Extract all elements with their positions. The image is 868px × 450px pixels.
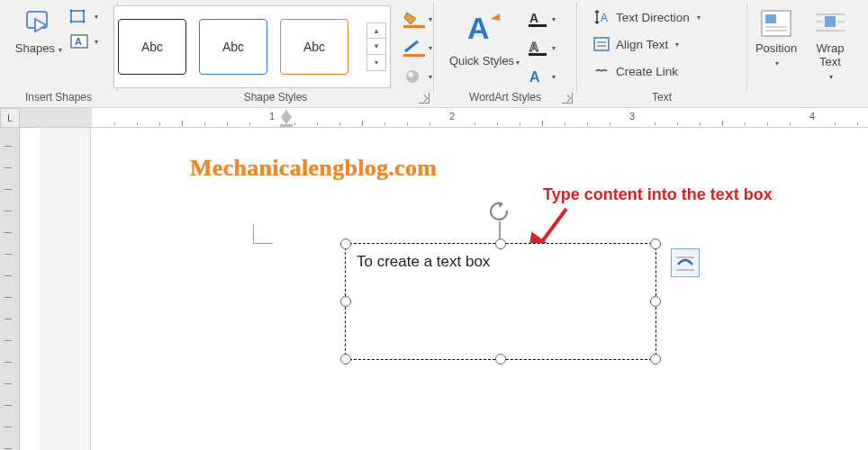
ruler-tick [5, 427, 12, 428]
ruler-tick [227, 122, 228, 125]
ruler-tick [182, 121, 183, 126]
resize-handle-tl[interactable] [340, 238, 351, 249]
shape-effects-button[interactable]: ▾ [400, 65, 434, 88]
position-label: Position [755, 41, 797, 55]
text-direction-button[interactable]: A Text Direction▾ [592, 5, 731, 29]
group-label-shape-styles: Shape Styles [118, 91, 433, 104]
textbox-content[interactable]: To create a text box [346, 244, 656, 280]
ruler-tick [5, 211, 12, 212]
horizontal-ruler[interactable]: 1234 [20, 108, 868, 128]
ruler-tick [5, 275, 12, 276]
svg-point-4 [83, 10, 86, 13]
ruler-tick [565, 122, 565, 125]
text-fill-button[interactable]: A▾ [523, 7, 559, 31]
shape-style-preset-1[interactable]: Abc [118, 19, 186, 75]
shape-outline-button[interactable]: ▾ [400, 36, 434, 59]
wordart-a-icon: A [464, 8, 505, 50]
chevron-down-icon: ▾ [57, 46, 62, 54]
wrap-text-icon [812, 5, 848, 41]
shape-fill-button[interactable]: ▾ [400, 7, 434, 31]
ruler-tick [745, 122, 746, 125]
ruler-tick [5, 340, 12, 341]
ruler-tick [5, 189, 12, 190]
ruler-tick [5, 297, 12, 298]
ruler-margin-shade [0, 128, 19, 450]
ruler-tick [722, 121, 723, 126]
layout-options-button[interactable] [671, 248, 700, 277]
hanging-indent-marker[interactable] [281, 117, 292, 124]
resize-handle-br[interactable] [650, 354, 661, 364]
page[interactable]: Mechanicalengblog.com Type content into … [90, 128, 868, 450]
ruler-tick [114, 122, 115, 125]
vertical-ruler[interactable] [0, 128, 20, 450]
svg-text:A: A [75, 36, 82, 47]
edit-shape-icon [69, 7, 93, 25]
svg-point-3 [70, 10, 73, 13]
text-outline-button[interactable]: A▾ [523, 36, 559, 59]
resize-handle-b[interactable] [495, 354, 506, 364]
position-button[interactable]: Position▾ [747, 0, 805, 68]
group-text: A Text Direction▾ Align Text▾ Create Lin… [577, 0, 746, 107]
shape-styles-dialog-launcher[interactable] [419, 93, 429, 104]
gallery-scroll-down[interactable]: ▼ [366, 39, 386, 55]
chevron-down-icon: ▾ [429, 44, 432, 52]
text-effects-button[interactable]: A▾ [523, 65, 559, 88]
chevron-down-icon: ▾ [429, 73, 432, 81]
group-insert-shapes: Shapes ▾ ▾ A▾ Insert Shapes [0, 0, 117, 107]
shape-style-preset-3[interactable]: Abc [280, 19, 348, 75]
ribbon: Shapes ▾ ▾ A▾ Insert Shapes Abc Abc Abc … [0, 0, 868, 108]
ruler-tick [835, 122, 836, 125]
text-effects-icon: A [527, 68, 550, 86]
create-link-label: Create Link [616, 65, 678, 78]
svg-point-5 [70, 21, 73, 23]
create-link-icon [592, 62, 610, 80]
ruler-tick [677, 122, 678, 125]
document-area[interactable]: Mechanicalengblog.com Type content into … [20, 128, 868, 450]
svg-rect-24 [765, 14, 776, 23]
chevron-down-icon: ▾ [552, 15, 556, 23]
ruler-tick [5, 232, 12, 233]
ruler-margin-shade [20, 108, 92, 127]
svg-rect-15 [529, 24, 547, 27]
ruler-tick [610, 122, 610, 125]
ruler-tick [5, 383, 12, 384]
ruler-tick [5, 254, 12, 255]
group-label-wordart: WordArt Styles [434, 91, 576, 104]
svg-rect-20 [594, 38, 609, 50]
shape-effects-icon [402, 68, 427, 86]
shapes-split-button[interactable]: Shapes ▾ [12, 2, 66, 55]
first-line-indent-marker[interactable] [281, 110, 292, 117]
svg-text:A: A [601, 12, 608, 24]
wrap-text-label: Wrap Text [817, 41, 845, 68]
ruler-tick [204, 122, 205, 125]
chevron-down-icon: ▾ [552, 44, 556, 52]
selected-textbox[interactable]: To create a text box [345, 243, 656, 360]
resize-handle-tr[interactable] [650, 238, 661, 249]
shape-style-preset-2[interactable]: Abc [199, 19, 267, 75]
gallery-more-button[interactable]: ▾ [366, 55, 386, 71]
shape-style-gallery[interactable]: Abc Abc Abc ▲ ▼ ▾ [113, 5, 391, 88]
align-text-button[interactable]: Align Text▾ [592, 32, 731, 56]
gallery-scroll-up[interactable]: ▲ [366, 22, 386, 39]
tab-selector[interactable]: L [0, 108, 20, 128]
ruler-tick [407, 122, 408, 125]
group-wordart-styles: A Quick Styles▾ A▾ A▾ A▾ WordArt Styles [434, 0, 576, 107]
resize-handle-r[interactable] [650, 296, 661, 307]
resize-handle-t[interactable] [495, 238, 506, 249]
svg-text:A: A [529, 40, 538, 54]
wrap-text-button[interactable]: Wrap Text▾ [805, 0, 855, 82]
svg-text:A: A [529, 69, 540, 85]
preset-label: Abc [303, 40, 325, 54]
wordart-dialog-launcher[interactable] [562, 93, 573, 104]
edit-shape-button[interactable]: ▾ [68, 5, 100, 27]
ruler-number: 3 [629, 111, 635, 122]
ruler-tick [5, 146, 12, 147]
ruler-tick [5, 319, 12, 320]
text-outline-icon: A [527, 39, 550, 57]
resize-handle-bl[interactable] [340, 354, 351, 364]
create-link-button[interactable]: Create Link [592, 59, 731, 83]
quick-styles-button[interactable]: A [461, 4, 508, 54]
annotation-callout: Type content into the text box [543, 185, 773, 204]
draw-textbox-button[interactable]: A▾ [68, 31, 100, 52]
resize-handle-l[interactable] [340, 296, 351, 307]
